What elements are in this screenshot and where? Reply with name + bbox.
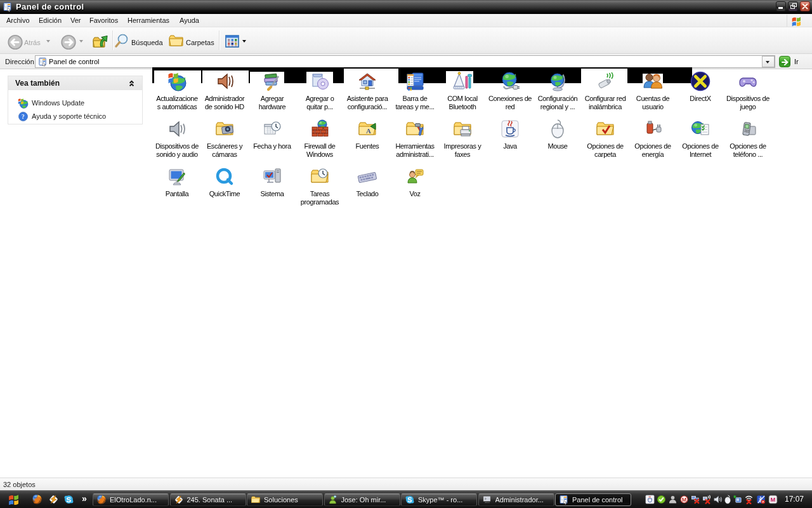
views-button[interactable] (225, 35, 240, 48)
folders-icon[interactable] (169, 34, 183, 48)
tray-gray-person-icon[interactable] (668, 495, 678, 504)
see-also-header[interactable]: Vea también (8, 76, 142, 90)
folder-icon (251, 495, 261, 505)
taskbar-button-6[interactable]: Administrador... (478, 493, 554, 506)
back-button[interactable] (8, 34, 23, 50)
tray-green-check-icon[interactable] (657, 495, 666, 504)
go-button[interactable] (779, 56, 790, 67)
menu-separator (787, 15, 787, 27)
regional-icon (547, 71, 568, 91)
folders-label[interactable]: Carpetas (186, 38, 214, 47)
forward-button[interactable] (61, 34, 77, 50)
menu-archivo[interactable]: Archivo (5, 14, 31, 27)
cpl-item-label: Mouse (532, 142, 584, 150)
sidebar-item-label[interactable]: Ayuda y soporte técnico (32, 112, 106, 120)
tray-removable-icon[interactable] (733, 495, 743, 504)
tray-wireless-x-icon[interactable] (702, 495, 712, 504)
address-input[interactable]: Panel de control (35, 55, 775, 68)
tray-wifi-x-icon[interactable] (744, 495, 754, 504)
address-dropdown-button[interactable] (762, 56, 775, 67)
cpl-item-label: Agregarhardware (246, 95, 299, 111)
firefox-icon (96, 495, 107, 505)
game-controllers-icon (738, 71, 758, 91)
views-dropdown-icon[interactable] (242, 40, 246, 43)
status-text: 32 objetos (3, 481, 36, 488)
svg-text:A: A (366, 127, 371, 135)
network-wizard-icon (357, 71, 377, 91)
address-value: Panel de control (49, 58, 100, 65)
taskbar-button-2[interactable]: 245. Sonata ... (170, 493, 246, 506)
cpl-item-label: Fecha y hora (246, 142, 299, 150)
svg-text:M: M (771, 497, 776, 503)
search-label[interactable]: Búsqueda (131, 38, 163, 47)
system-icon (262, 166, 282, 187)
voice-icon (405, 166, 425, 187)
tray-java-tray-icon[interactable] (645, 495, 655, 504)
tray-network-x-icon[interactable] (691, 495, 700, 504)
cpl-item-label: Teclado (341, 190, 394, 198)
menu-herramientas[interactable]: Herramientas (126, 14, 171, 27)
tray-bluetooth-x-icon[interactable] (756, 495, 766, 504)
taskbar-button-3[interactable]: Soluciones (247, 493, 323, 506)
internet-options-icon (690, 119, 710, 139)
menu-edicin[interactable]: Edición (37, 14, 63, 27)
cmd-window-icon (482, 495, 492, 505)
cpl-item-label: Dispositivos dejuego (722, 95, 775, 111)
dropdown-caret-icon (766, 61, 769, 64)
menu-favoritos[interactable]: Favoritos (88, 14, 119, 27)
taskbar-button-label: Administrador... (495, 496, 544, 504)
restore-button[interactable] (788, 1, 798, 11)
fonts-icon: A (357, 119, 377, 139)
menu-ayuda[interactable]: Ayuda (178, 14, 200, 27)
quicklaunch-firefox[interactable] (32, 494, 43, 505)
back-label: Atrás (24, 38, 41, 47)
up-button[interactable] (93, 32, 109, 49)
window-title: Panel de control (16, 2, 84, 11)
cpl-item-label: Asistente paraconfiguració... (341, 95, 394, 111)
taskbar-button-1[interactable]: ElOtroLado.n... (93, 493, 169, 506)
quicklaunch-skype[interactable]: S (63, 494, 74, 505)
control-panel-icon (559, 495, 569, 505)
firewall-icon (310, 119, 330, 139)
cpl-item-label: Escáneres ycámaras (199, 142, 251, 159)
mouse-icon (547, 119, 568, 139)
taskbar-button-7[interactable]: Panel de control (555, 493, 631, 506)
title-bar: Panel de control (0, 0, 812, 14)
display-icon (167, 166, 187, 187)
sidebar-item-windows-update[interactable]: Windows Update (8, 97, 142, 110)
close-button[interactable] (800, 1, 810, 11)
tray-gmail-icon[interactable]: M (679, 495, 689, 504)
back-dropdown-icon[interactable] (46, 40, 50, 43)
go-label[interactable]: Ir (794, 57, 799, 66)
minimize-button[interactable] (776, 1, 786, 11)
menu-bar: ArchivoEdiciónVerFavoritosHerramientasAy… (0, 14, 812, 27)
address-label: Dirección (5, 57, 34, 66)
svg-text:?: ? (22, 113, 25, 120)
hd-audio-icon (214, 71, 235, 91)
start-button[interactable] (8, 493, 20, 505)
menu-ver[interactable]: Ver (69, 14, 82, 27)
sidebar-item-label[interactable]: Windows Update (32, 99, 84, 107)
cpl-item-label: Voz (389, 190, 442, 198)
taskbar-button-4[interactable]: Jose: Oh mir... (324, 493, 400, 506)
windows-update-icon (18, 98, 29, 109)
forward-dropdown-icon[interactable] (79, 40, 83, 43)
quicklaunch-lightning[interactable] (48, 494, 59, 505)
power-options-icon (643, 119, 663, 139)
tray-speaker-tray-icon[interactable] (713, 495, 723, 504)
quicklaunch-chevron[interactable]: » (82, 493, 87, 504)
scanners-cameras-icon (214, 119, 235, 139)
help-support-icon: ? (18, 111, 29, 122)
tray-magenta-m-icon[interactable]: M (768, 495, 778, 504)
taskbar-button-label: 245. Sonata ... (187, 496, 233, 504)
sounds-audio-icon (167, 119, 187, 139)
search-icon[interactable] (114, 33, 129, 48)
cpl-item-label: Java (484, 142, 537, 150)
taskbar-button-5[interactable]: SSkype™ - ro... (401, 493, 477, 506)
control-panel-icon (3, 2, 13, 12)
collapse-chevron-icon[interactable] (129, 80, 134, 86)
tray-mouse-tray-icon[interactable] (723, 495, 733, 504)
taskbar-button-label: Skype™ - ro... (418, 496, 462, 504)
sidebar-item-help-support[interactable]: ?Ayuda y soporte técnico (8, 110, 142, 123)
control-panel-icon (38, 57, 48, 67)
